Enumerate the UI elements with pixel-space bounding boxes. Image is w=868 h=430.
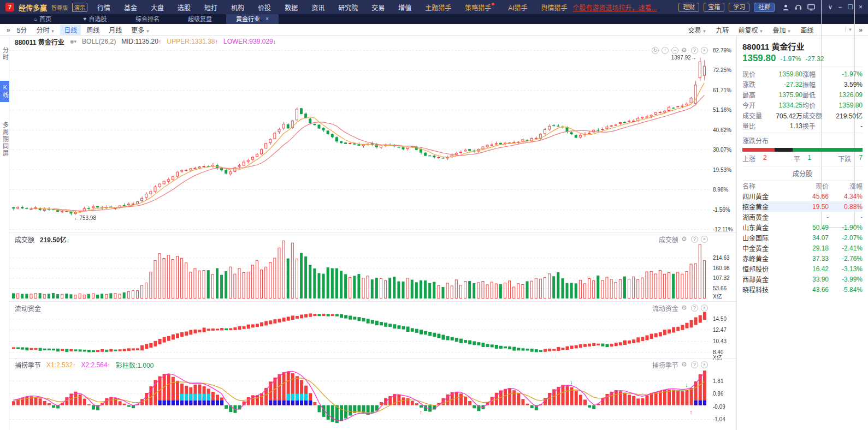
table-row[interactable]: 赤峰黄金37.33-2.76% (742, 253, 863, 264)
menu-item-hunter[interactable]: AI猎手 (508, 3, 527, 12)
menu-item[interactable]: 增值 (398, 3, 411, 12)
page-tab[interactable]: ⌂首页 (16, 14, 69, 24)
table-row[interactable]: 中金黄金29.18-2.41% (742, 243, 863, 253)
stat-value: 705.42万 (764, 111, 802, 120)
settings-icon[interactable]: ⚙ (681, 47, 688, 54)
stock-pct: -2.76% (829, 255, 863, 262)
help-icon[interactable]: ? (691, 361, 698, 368)
kline-canvas[interactable] (9, 47, 711, 232)
settings-icon[interactable]: ⚙ (681, 236, 688, 243)
help-icon[interactable]: ? (691, 236, 698, 243)
menu-item[interactable]: 选股 (178, 3, 191, 12)
y-axis-label: 107.32 (713, 275, 730, 281)
period-button[interactable]: 月线 (105, 25, 126, 35)
page-tab[interactable]: 黄金行业× (226, 14, 279, 24)
collapse-right-icon[interactable]: » (857, 26, 864, 34)
boll-mid-value: MID:1135.20↑ (121, 38, 161, 45)
flat-label: 平 (794, 154, 800, 163)
close-pane-icon[interactable]: × (701, 236, 708, 243)
tool-button[interactable]: 叠加▼ (769, 25, 795, 35)
tool-button[interactable]: 画线 (796, 25, 817, 35)
stat-label: 振幅 (802, 80, 824, 89)
change-amount: -27.32 (805, 55, 824, 63)
refresh-icon[interactable]: ↻ (652, 47, 659, 54)
y-axis-label: 14.50 (713, 316, 727, 322)
period-toolbar: » 5分分时▼日线周线月线更多▼ 交易▼九转前复权▼叠加▼画线+自选▼» (0, 24, 868, 36)
brand-name: 经传多赢 (19, 2, 47, 13)
period-button[interactable]: 日线 (60, 25, 81, 35)
tool-button[interactable]: 交易▼ (684, 25, 711, 35)
menu-item[interactable]: 大盘 (151, 3, 164, 12)
stock-pct: 4.34% (829, 193, 863, 200)
boll-upper-value: UPPER:1331.38↑ (167, 38, 218, 45)
help-icon[interactable]: ? (691, 304, 698, 312)
page-tab[interactable]: ♥自选股 (69, 14, 121, 24)
table-row[interactable]: 晓程科技43.66-5.84% (742, 284, 863, 295)
menu-item[interactable]: 价投 (258, 3, 271, 12)
menu-item[interactable]: 研究院 (338, 3, 358, 12)
zoom-in-icon[interactable]: + (662, 47, 669, 54)
table-row[interactable]: 恒邦股份16.42-3.13% (742, 264, 863, 274)
volume-canvas[interactable] (9, 233, 711, 302)
menu-item[interactable]: 交易 (371, 3, 385, 12)
up-count: 2 (763, 154, 767, 163)
caret-down-icon: ▼ (759, 29, 763, 34)
table-row[interactable]: 四川黄金45.664.34% (742, 191, 863, 201)
stat-label: 最高 (742, 90, 764, 99)
up-label: 上涨 (742, 154, 755, 163)
tool-button[interactable]: 前复权▼ (734, 25, 767, 35)
menu-item-hunter[interactable]: 策略猎手 (465, 3, 494, 12)
period-buttons: » 5分分时▼日线周线月线更多▼ (4, 25, 153, 35)
table-row[interactable]: 招金黄金19.500.88% (742, 201, 863, 212)
fundflow-canvas[interactable] (9, 302, 711, 359)
hot-news-link[interactable]: 个股有游资进场拉升，速看... (573, 3, 657, 12)
menu-item[interactable]: 短打 (204, 3, 217, 12)
close-pane-icon[interactable]: × (701, 361, 708, 368)
tab-close-icon[interactable]: × (265, 14, 269, 24)
menu-item-hunter[interactable]: 主题猎手 (425, 3, 451, 12)
page-tab[interactable]: 超级复盘 (174, 14, 226, 24)
stat-value: -27.32 (764, 81, 802, 88)
rail-tab[interactable]: 分时 (0, 44, 9, 64)
stock-price: 50.49 (793, 224, 829, 231)
table-row[interactable]: 山东黄金50.49-1.90% (742, 222, 863, 232)
last-price: 1359.80 (742, 53, 776, 64)
menu-item-hunter[interactable]: 舆情猎手 (541, 3, 568, 12)
fundflow-y-axis: 14.5012.4710.438.40X亿 (711, 302, 736, 358)
page-tab[interactable]: 综合排名 (121, 14, 174, 24)
period-button[interactable]: 周线 (82, 25, 103, 35)
table-row[interactable]: 西部黄金33.90-3.99% (742, 274, 863, 284)
help-icon[interactable]: ? (691, 47, 698, 54)
rail-tab[interactable]: K线 (0, 81, 9, 102)
period-button[interactable]: 分时▼ (32, 25, 58, 35)
caret-down-icon[interactable]: ▼ (845, 27, 854, 32)
season-title: 捕捞季节 (15, 360, 41, 369)
stock-name: 中金黄金 (742, 243, 793, 253)
menu-item[interactable]: 行情 (97, 3, 110, 12)
stat-label: 涨跌 (742, 80, 764, 89)
settings-icon[interactable]: ⚙ (681, 361, 688, 368)
y-axis-label: 30.07% (713, 147, 731, 153)
menu-item[interactable]: 数据 (285, 3, 298, 12)
stock-pct: -3.13% (829, 265, 863, 273)
tool-button[interactable]: 九转 (712, 25, 733, 35)
table-row[interactable]: 湖南黄金-- (742, 212, 863, 222)
chart-header: 880011 黄金行业 ◉▾ BOLL(26,2) MID:1135.20↑ U… (9, 36, 736, 47)
collapse-left-icon[interactable]: » (4, 26, 11, 34)
settings-icon[interactable]: ⚙ (681, 304, 688, 312)
menu-item[interactable]: 基金 (124, 3, 137, 12)
quote-stats: 现价1359.80涨幅-1.97%涨跌-27.32振幅3.59%最高1375.9… (742, 67, 863, 133)
period-button[interactable]: 更多▼ (127, 25, 153, 35)
indicator-select-icon[interactable]: ◉▾ (70, 39, 76, 44)
rail-tab[interactable]: 多周期同屏 (0, 118, 9, 160)
close-pane-icon[interactable]: × (701, 304, 708, 312)
period-button[interactable]: 5分 (13, 25, 31, 35)
close-pane-icon[interactable]: × (701, 47, 708, 54)
stat-label: 今开 (742, 100, 764, 110)
menu-item[interactable]: 机构 (231, 3, 244, 12)
menu-item[interactable]: 资讯 (311, 3, 324, 12)
y-axis-unit: X亿 (713, 292, 722, 300)
zoom-out-icon[interactable]: − (671, 47, 678, 54)
stat-value: -1.97% (824, 70, 863, 78)
table-row[interactable]: 山金国际34.07-2.07% (742, 232, 863, 243)
